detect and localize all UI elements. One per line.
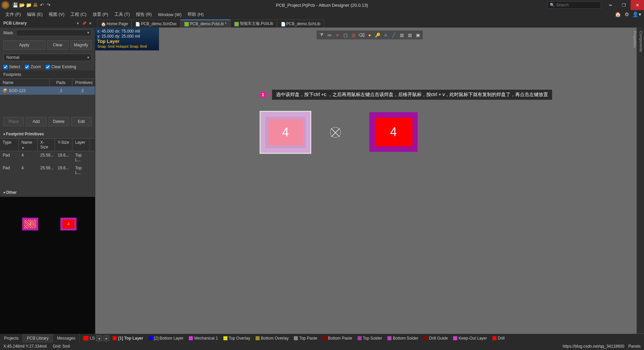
select-checkbox[interactable]: Select [3,64,20,69]
document-tab[interactable]: 🟩PCB_demo.PcbLib * [180,19,230,28]
pcb-canvas[interactable]: x: 45.000 dx: 75.000 mil y: 25.000 dy: 2… [95,28,644,334]
chart1-icon[interactable]: ▥ [398,32,406,38]
open-project-icon[interactable]: 📁 [25,2,32,8]
col-type[interactable]: Type [0,139,19,151]
layer-item[interactable]: Top Overlay [221,336,252,341]
maximize-button[interactable]: ❐ [617,0,631,10]
bars-icon[interactable]: ▥ [350,32,357,38]
menu-edit[interactable]: 编辑 (E) [24,10,45,18]
document-tab[interactable]: 🏠Home Page [97,19,131,28]
panels-button[interactable]: Panels [628,344,641,349]
col-primitives[interactable]: Primitives [72,79,93,86]
tab-messages[interactable]: Messages [53,334,80,343]
col-name[interactable]: Name [0,79,50,86]
col-layer[interactable]: Layer [72,139,90,151]
panel-close-icon[interactable]: ✕ [89,21,92,25]
document-tab[interactable]: 📄PCB_demo.SchLib [277,19,324,28]
key-icon[interactable]: 🔑 [374,32,381,38]
menu-report[interactable]: 报告 (R) [133,10,155,18]
layer-item[interactable]: Top Paste [292,336,319,341]
zoom-checkbox[interactable]: Zoom [25,64,41,69]
document-tab[interactable]: 📄PCB_demo.SchDoc [131,19,180,28]
save-icon[interactable]: 💾 [12,2,18,8]
menu-view[interactable]: 视图 (V) [46,10,67,18]
layer-item[interactable]: [1] Top Layer [111,336,145,341]
layer-item[interactable]: Keep-Out Layer [451,336,489,341]
add-button[interactable]: Add [26,117,46,126]
mask-combo[interactable] [16,30,92,36]
layer-swatch [492,336,496,340]
plus-icon[interactable]: + [334,32,341,38]
expand-icon[interactable]: ▣ [414,32,422,38]
clear-button[interactable]: Clear [47,40,68,50]
layer-prev-button[interactable]: ◂ [96,335,102,341]
mode-combo[interactable]: Normal [3,54,92,61]
layer-item[interactable]: Drill Guide [422,336,450,341]
minimize-button[interactable]: ━ [604,0,617,10]
col-xsize[interactable]: X-Size [38,139,55,151]
panel-pin-icon[interactable]: 📌 [82,21,86,25]
print-icon[interactable]: 🖶 [32,2,38,8]
home-icon[interactable]: 🏠 [615,11,621,17]
editor-area: 🏠Home Page📄PCB_demo.SchDoc🟩PCB_demo.PcbL… [95,19,644,334]
search-box[interactable]: 🔍 [547,1,601,9]
other-header[interactable]: Other [0,188,95,197]
menu-window[interactable]: Window (W) [155,11,184,18]
coordinate-hud: x: 45.000 dx: 75.000 mil y: 25.000 dy: 2… [95,28,159,50]
properties-tab[interactable]: Properties [632,28,638,334]
menu-place[interactable]: 放置 (P) [90,10,111,18]
search-input[interactable] [556,3,599,7]
filter-icon[interactable]: ⧩ [318,32,325,38]
layer-item[interactable]: Bottom Paste [321,336,354,341]
hud-y: y: 25.000 dy: 25.000 mil [97,34,157,39]
footprint-row[interactable]: 📦 SOD-12322 [0,87,95,95]
gear-icon[interactable]: ⚙ [625,11,629,17]
apply-button[interactable]: Apply [3,40,45,50]
components-tab[interactable]: Components [638,28,644,334]
menu-file[interactable]: 文件 (F) [3,10,23,18]
open-icon[interactable]: 📂 [19,2,25,8]
redo-icon[interactable]: ↷ [46,2,52,8]
layer-item[interactable]: Top Solder [356,336,384,341]
tab-projects[interactable]: Projects [0,334,23,343]
user-icon[interactable]: 👤▾ [632,11,641,17]
menu-help[interactable]: 帮助 (H) [185,10,206,18]
chart2-icon[interactable]: ▥ [406,32,414,38]
preview-pad-b: 4 [60,218,76,230]
tab-pcb-library[interactable]: PCB Library [23,334,53,343]
panel-dropdown-icon[interactable]: ▼ [76,21,79,25]
primitive-row[interactable]: Pad425.59...19.6...Top L... [0,151,95,164]
line-icon[interactable]: ╱ [390,32,397,38]
col-pname[interactable]: Name ▲ [19,139,38,151]
layer-item[interactable]: Mechanical 1 [187,336,220,341]
list-icon[interactable]: ≔ [326,32,333,38]
document-tab[interactable]: 🟩智能车主板.PcbLib [230,19,277,28]
close-button[interactable]: ✕ [631,0,644,10]
magnify-button[interactable]: Magnify [70,40,92,50]
layer-item[interactable]: Bottom Overlay [254,336,291,341]
menu-project[interactable]: 工程 (C) [68,10,89,18]
footprint-primitives-header[interactable]: Footprint Primitives [0,130,95,138]
layer-item[interactable]: Bottom Solder [385,336,420,341]
rect-icon[interactable]: ▢ [342,32,349,38]
dot-icon[interactable]: ● [366,32,373,38]
menu-tools[interactable]: 工具 (T) [112,10,132,18]
pad-normal[interactable]: 4 [369,112,418,152]
undo-icon[interactable]: ↶ [39,2,45,8]
col-ysize[interactable]: Y-Size [55,139,72,151]
mask-label: Mask [3,31,16,35]
pad-selected[interactable]: 4 [260,111,311,154]
layer-item[interactable]: [2] Bottom Layer [147,336,185,341]
delete-button[interactable]: Delete [49,117,69,126]
clear-existing-checkbox[interactable]: Clear Existing [46,64,76,69]
origin-marker [330,127,341,138]
edit-button[interactable]: Edit [71,117,92,126]
place-button[interactable]: Place [3,117,24,126]
text-icon[interactable]: A [382,32,389,38]
col-pads[interactable]: Pads [50,79,72,86]
layer-next-button[interactable]: ▸ [103,335,109,341]
primitive-row[interactable]: Pad425.59...19.6...Top L... [0,164,95,177]
annotation-number: 1 [260,91,266,98]
eraser-icon[interactable]: ⌫ [358,32,365,38]
layer-item[interactable]: Drill [490,336,507,341]
